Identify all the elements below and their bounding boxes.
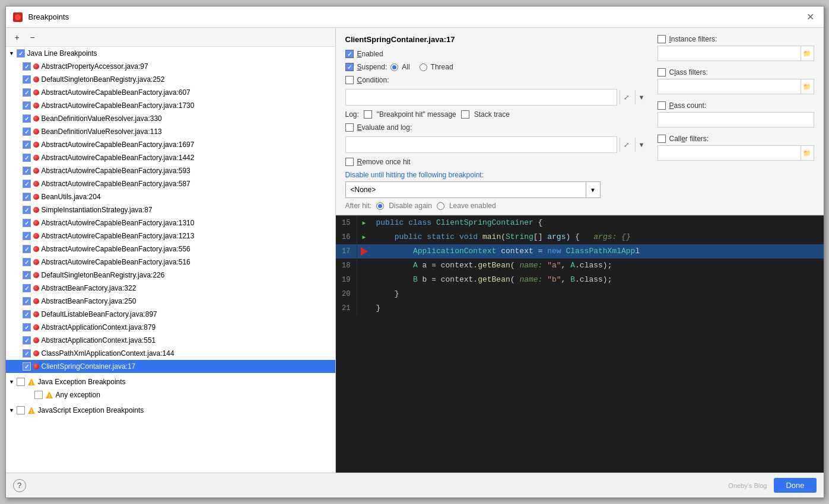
bp-checkbox[interactable] — [23, 75, 31, 84]
svg-text:!: ! — [48, 393, 50, 399]
list-item[interactable]: SimpleInstantiationStrategy.java:87 — [6, 203, 335, 216]
list-item[interactable]: ClassPathXmlApplicationContext.java:144 — [6, 347, 335, 360]
category-checkbox[interactable] — [17, 406, 25, 414]
instance-filters-checkbox[interactable] — [658, 35, 666, 43]
list-item[interactable]: BeanDefinitionValueResolver.java:113 — [6, 125, 335, 138]
class-filters-text[interactable] — [658, 79, 801, 94]
condition-input[interactable] — [345, 89, 617, 106]
bp-checkbox[interactable] — [23, 206, 31, 214]
bp-checkbox[interactable] — [23, 180, 31, 188]
bp-checkbox[interactable] — [23, 245, 31, 253]
list-item[interactable]: AbstractAutowireCapableBeanFactory.java:… — [6, 138, 335, 151]
bp-checkbox[interactable] — [23, 297, 31, 305]
bp-checkbox[interactable] — [23, 127, 31, 136]
thread-radio[interactable] — [420, 63, 427, 71]
list-item[interactable]: BeanDefinitionValueResolver.java:330 — [6, 112, 335, 125]
class-filters-checkbox[interactable] — [658, 68, 666, 76]
list-item[interactable]: AbstractAutowireCapableBeanFactory.java:… — [6, 164, 335, 177]
caller-filters-browse-btn[interactable]: 📁 — [801, 146, 814, 160]
instance-filters-text[interactable] — [658, 46, 801, 60]
evaluate-expand-btn[interactable]: ⤢ — [620, 138, 633, 152]
instance-filters-browse-btn[interactable]: 📁 — [801, 46, 814, 60]
condition-checkbox[interactable] — [345, 76, 354, 84]
all-radio[interactable] — [390, 63, 398, 71]
bp-checkbox[interactable] — [23, 219, 31, 227]
pass-count-input[interactable] — [658, 112, 814, 127]
list-item[interactable]: AbstractAutowireCapableBeanFactory.java:… — [6, 243, 335, 256]
caller-filters-text[interactable] — [658, 146, 801, 160]
bp-checkbox[interactable] — [23, 336, 31, 344]
leave-enabled-radio[interactable] — [437, 202, 444, 210]
bp-checkbox[interactable] — [23, 323, 31, 331]
condition-dropdown-btn[interactable]: ▼ — [635, 90, 648, 104]
list-item[interactable]: AbstractAutowireCapableBeanFactory.java:… — [6, 256, 335, 269]
bp-checkbox[interactable] — [23, 101, 31, 110]
stack-trace-checkbox[interactable] — [461, 110, 469, 119]
class-filters-input[interactable]: 📁 — [658, 79, 814, 94]
help-button[interactable]: ? — [13, 479, 26, 492]
disable-again-radio[interactable] — [376, 202, 384, 210]
category-checkbox[interactable] — [17, 378, 25, 386]
list-item[interactable]: AbstractAutowireCapableBeanFactory.java:… — [6, 86, 335, 99]
bp-checkbox[interactable] — [23, 193, 31, 201]
bp-checkbox[interactable] — [23, 141, 31, 149]
bp-checkbox[interactable] — [23, 284, 31, 292]
list-item[interactable]: AbstractBeanFactory.java:250 — [6, 295, 335, 308]
bp-checkbox[interactable] — [23, 349, 31, 358]
close-button[interactable]: ✕ — [803, 10, 818, 24]
bp-checkbox[interactable] — [23, 310, 31, 318]
caller-filters-checkbox[interactable] — [658, 135, 666, 143]
dropdown-arrow-icon[interactable]: ▼ — [586, 182, 600, 197]
enabled-checkbox[interactable] — [345, 50, 354, 58]
bp-checkbox[interactable] — [23, 114, 31, 123]
bp-checkbox[interactable] — [23, 167, 31, 175]
condition-expand-btn[interactable]: ⤢ — [620, 90, 633, 104]
list-item[interactable]: AbstractApplicationContext.java:551 — [6, 334, 335, 347]
pass-count-checkbox[interactable] — [658, 101, 666, 110]
list-item[interactable]: DefaultSingletonBeanRegistry.java:252 — [6, 73, 335, 86]
category-java-exception[interactable]: ▼ ! Java Exception Breakpoints — [6, 375, 335, 388]
list-item[interactable]: BeanUtils.java:204 — [6, 190, 335, 203]
suspend-checkbox[interactable] — [345, 63, 354, 71]
class-filters-browse-btn[interactable]: 📁 — [801, 79, 814, 94]
breakpoint-hit-checkbox[interactable] — [364, 110, 372, 119]
list-item[interactable]: AbstractApplicationContext.java:879 — [6, 321, 335, 334]
list-item[interactable]: AbstractAutowireCapableBeanFactory.java:… — [6, 216, 335, 229]
bp-checkbox[interactable] — [23, 232, 31, 240]
list-item[interactable]: AbstractAutowireCapableBeanFactory.java:… — [6, 99, 335, 112]
evaluate-text[interactable] — [346, 141, 617, 149]
bp-checkbox[interactable] — [23, 88, 31, 97]
list-item[interactable]: AbstractAutowireCapableBeanFactory.java:… — [6, 151, 335, 164]
list-item[interactable]: AbstractBeanFactory.java:322 — [6, 282, 335, 295]
breakpoint-dot — [33, 168, 39, 174]
category-java-line[interactable]: ▼ Java Line Breakpoints — [6, 47, 335, 60]
done-button[interactable]: Done — [774, 478, 816, 493]
bp-checkbox[interactable] — [23, 62, 31, 71]
list-item[interactable]: AbstractPropertyAccessor.java:97 — [6, 60, 335, 73]
list-item[interactable]: DefaultSingletonBeanRegistry.java:226 — [6, 269, 335, 282]
list-item[interactable]: DefaultListableBeanFactory.java:897 — [6, 308, 335, 321]
list-item[interactable]: ! Any exception — [6, 388, 335, 401]
remove-button[interactable]: − — [26, 31, 39, 44]
pass-count-text[interactable] — [658, 113, 814, 127]
add-button[interactable]: + — [11, 31, 24, 44]
bp-checkbox[interactable] — [23, 258, 31, 266]
disable-until-dropdown[interactable]: <None> ▼ — [345, 181, 601, 198]
bp-checkbox[interactable] — [23, 362, 31, 371]
list-item-selected[interactable]: ClientSpringContainer.java:17 — [6, 360, 335, 373]
breakpoints-list[interactable]: ▼ Java Line Breakpoints AbstractProperty… — [6, 47, 335, 473]
bp-checkbox[interactable] — [34, 391, 43, 399]
caller-filters-input[interactable]: 📁 — [658, 145, 814, 161]
list-item[interactable]: AbstractAutowireCapableBeanFactory.java:… — [6, 177, 335, 190]
bp-checkbox[interactable] — [23, 154, 31, 162]
evaluate-dropdown-btn[interactable]: ▼ — [635, 138, 648, 152]
list-item[interactable]: AbstractAutowireCapableBeanFactory.java:… — [6, 229, 335, 243]
condition-text[interactable] — [346, 93, 617, 101]
remove-once-checkbox[interactable] — [345, 158, 354, 166]
category-checkbox[interactable] — [17, 49, 25, 58]
instance-filters-input[interactable]: 📁 — [658, 46, 814, 61]
category-js-exception[interactable]: ▼ ! JavaScript Exception Breakpoints — [6, 404, 335, 417]
bp-checkbox[interactable] — [23, 271, 31, 279]
evaluate-input[interactable] — [345, 136, 617, 153]
evaluate-checkbox[interactable] — [345, 123, 354, 132]
